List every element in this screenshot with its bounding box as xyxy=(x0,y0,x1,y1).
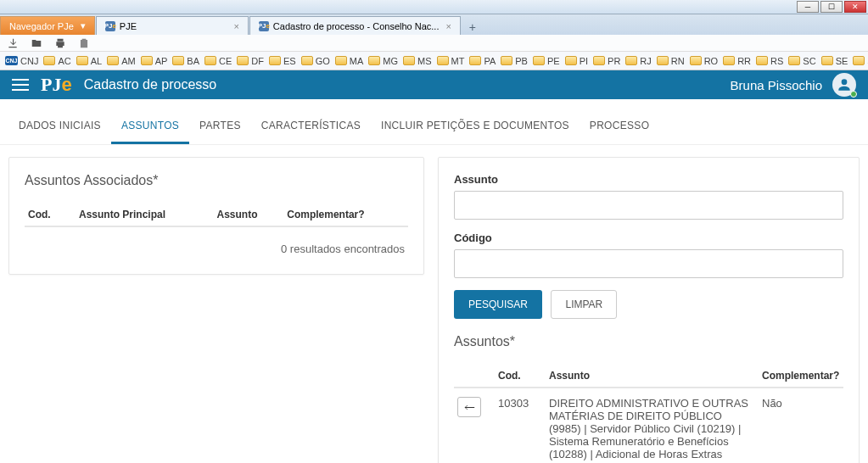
folder-icon xyxy=(821,56,833,65)
bookmark-item[interactable]: SP xyxy=(853,56,868,66)
bookmarks-bar: CNJ CNJ AC AL AM AP BA CE DF ES GO MA MG… xyxy=(0,52,868,70)
folder-icon xyxy=(501,56,512,65)
bookmark-item[interactable]: AP xyxy=(141,56,168,66)
bookmark-label: RR xyxy=(737,56,751,66)
bookmark-item[interactable]: PI xyxy=(565,56,588,66)
bookmark-item[interactable]: MG xyxy=(368,56,398,66)
page-title: Cadastro de processo xyxy=(84,77,217,92)
bookmark-item[interactable]: PB xyxy=(501,56,528,66)
folder-icon xyxy=(437,56,449,65)
window-close-button[interactable]: ✕ xyxy=(844,1,866,13)
folder-icon xyxy=(141,56,153,65)
bookmark-item[interactable]: PA xyxy=(469,56,496,66)
table-row: 🡐 10303 DIREITO ADMINISTRATIVO E OUTRAS … xyxy=(454,388,843,463)
codigo-input[interactable] xyxy=(454,249,843,278)
close-icon[interactable]: × xyxy=(233,21,238,31)
bookmark-item[interactable]: BA xyxy=(172,56,199,66)
col-assunto: Assunto xyxy=(546,365,759,388)
bookmark-label: AC xyxy=(58,56,70,66)
menu-button[interactable] xyxy=(12,79,29,91)
assuntos-search-panel: Assunto Código PESQUISAR LIMPAR Assuntos… xyxy=(438,157,860,463)
bookmark-item[interactable]: RN xyxy=(657,56,685,66)
bookmark-label: SE xyxy=(836,56,848,66)
pje-icon: PJe xyxy=(105,21,115,31)
col-cod: Cod. xyxy=(495,365,546,388)
tab-processo[interactable]: PROCESSO xyxy=(580,114,659,144)
bookmark-item[interactable]: GO xyxy=(301,56,330,66)
tab-partes[interactable]: PARTES xyxy=(189,114,251,144)
bookmark-label: SC xyxy=(803,56,815,66)
folder-icon xyxy=(76,56,88,65)
window-minimize-button[interactable]: ─ xyxy=(797,1,819,13)
bookmark-item[interactable]: MS xyxy=(403,56,432,66)
clipboard-icon[interactable] xyxy=(78,37,90,49)
tab-dados-iniciais[interactable]: DADOS INICIAIS xyxy=(8,114,111,144)
bookmark-item[interactable]: RR xyxy=(723,56,751,66)
assuntos-associados-table: Cod. Assunto Principal Assunto Complemen… xyxy=(25,204,408,227)
bookmark-item[interactable]: AC xyxy=(43,56,70,66)
window-maximize-button[interactable]: ☐ xyxy=(820,1,843,13)
section-title: Assuntos* xyxy=(454,334,843,349)
folder-icon xyxy=(565,56,577,65)
bookmark-item[interactable]: MA xyxy=(335,56,364,66)
bookmark-item[interactable]: AM xyxy=(107,56,136,66)
bookmark-label: MG xyxy=(383,56,398,66)
close-icon[interactable]: × xyxy=(445,21,451,31)
user-name[interactable]: Bruna Pissochio xyxy=(731,78,822,92)
bookmark-item[interactable]: DF xyxy=(237,56,264,66)
bookmark-label: DF xyxy=(251,56,264,66)
bookmark-item[interactable]: AL xyxy=(76,56,102,66)
bookmark-cnj[interactable]: CNJ CNJ xyxy=(5,56,38,66)
window-titlebar: ─ ☐ ✕ xyxy=(0,0,868,14)
assunto-input[interactable] xyxy=(454,191,843,220)
tab-caracteristicas[interactable]: CARACTERÍSTICAS xyxy=(251,114,371,144)
bookmark-label: GO xyxy=(316,56,330,66)
folder-icon xyxy=(368,56,380,65)
bookmark-item[interactable]: SC xyxy=(788,56,815,66)
print-icon[interactable] xyxy=(54,37,66,49)
bookmark-item[interactable]: RJ xyxy=(625,56,651,66)
pje-header: PJe Cadastro de processo Bruna Pissochio xyxy=(0,70,868,99)
browser-tab-navegador[interactable]: Navegador PJe ▾ xyxy=(0,16,95,35)
folder-icon xyxy=(853,56,865,65)
bookmark-label: AL xyxy=(91,56,102,66)
browser-tab-cadastro[interactable]: PJe Cadastro de processo - Conselho Nac.… xyxy=(249,16,461,35)
tab-assuntos[interactable]: ASSUNTOS xyxy=(111,114,189,144)
browser-tab-label: Navegador PJe xyxy=(9,21,74,31)
folder-icon xyxy=(723,56,735,65)
bookmark-item[interactable]: PE xyxy=(533,56,560,66)
folder-icon xyxy=(172,56,184,65)
browser-tab-pje[interactable]: PJe PJE × xyxy=(96,16,249,35)
download-icon[interactable] xyxy=(7,37,19,49)
bookmark-label: ES xyxy=(283,56,296,66)
bookmark-label: PR xyxy=(608,56,620,66)
bookmark-item[interactable]: ES xyxy=(269,56,296,66)
bookmark-label: PA xyxy=(484,56,496,66)
add-assunto-button[interactable]: 🡐 xyxy=(457,397,481,417)
bookmark-item[interactable]: MT xyxy=(437,56,465,66)
folder-icon xyxy=(403,56,415,65)
pesquisar-button[interactable]: PESQUISAR xyxy=(454,290,542,319)
cell-cod: 10303 xyxy=(495,388,546,463)
bookmark-label: RO xyxy=(704,56,719,66)
bookmark-item[interactable]: SE xyxy=(821,56,848,66)
codigo-label: Código xyxy=(454,232,843,244)
bookmark-label: CNJ xyxy=(20,56,38,66)
tab-peticoes[interactable]: INCLUIR PETIÇÕES E DOCUMENTOS xyxy=(371,114,580,144)
new-tab-button[interactable]: + xyxy=(465,20,480,35)
limpar-button[interactable]: LIMPAR xyxy=(551,290,617,319)
bookmark-label: PB xyxy=(515,56,528,66)
bookmark-item[interactable]: CE xyxy=(204,56,232,66)
bookmark-item[interactable]: RS xyxy=(756,56,783,66)
bookmark-label: AM xyxy=(121,56,136,66)
browser-tab-strip: Navegador PJe ▾ PJe PJE × PJe Cadastro d… xyxy=(0,14,868,35)
bookmark-item[interactable]: PR xyxy=(593,56,620,66)
bookmark-item[interactable]: RO xyxy=(690,56,719,66)
bookmark-label: RN xyxy=(671,56,685,66)
folder-icon[interactable] xyxy=(31,37,42,49)
avatar[interactable] xyxy=(832,73,856,97)
chevron-down-icon: ▾ xyxy=(81,20,86,31)
col-complementar: Complementar? xyxy=(283,204,408,226)
folder-icon xyxy=(788,56,800,65)
assunto-label: Assunto xyxy=(454,173,843,186)
